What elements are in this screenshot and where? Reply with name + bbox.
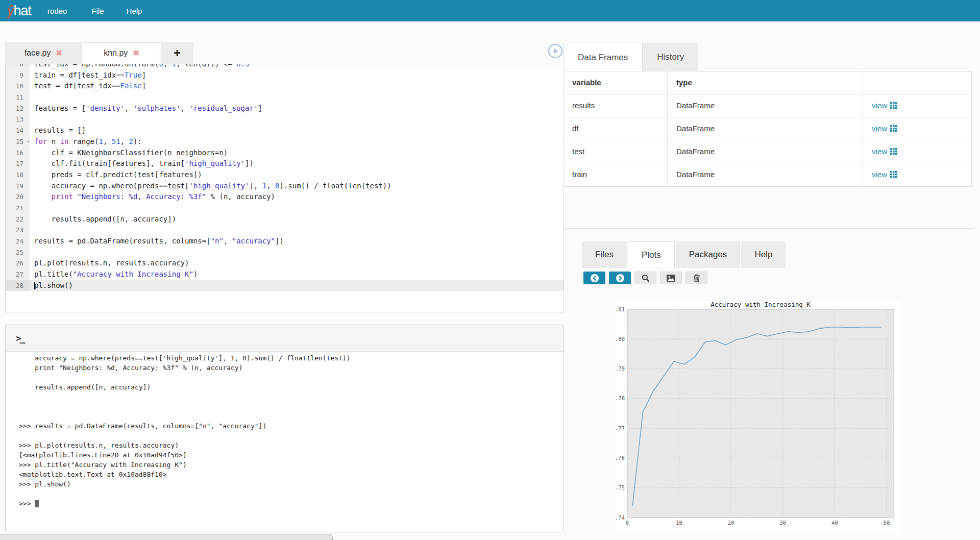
tab-help[interactable]: Help <box>741 241 786 268</box>
code-line-27[interactable]: 27pl.title("Accuracy with Increasing K") <box>6 269 564 280</box>
tab-plots[interactable]: Plots <box>628 241 675 268</box>
tab-packages[interactable]: Packages <box>676 241 741 268</box>
code-line-23[interactable]: 23 <box>6 225 564 236</box>
line-number: 13 <box>6 114 30 125</box>
table-header-row: variable type <box>564 71 971 94</box>
close-tab-icon[interactable]: ✖ <box>133 48 139 58</box>
console-line-12: <matplotlib.text.Text at 0x10ad88f10> <box>19 470 564 479</box>
tab-history[interactable]: History <box>643 43 698 71</box>
console-line-6 <box>19 411 564 421</box>
code-line-15[interactable]: 15▾for n in range(1, 51, 2): <box>6 136 564 148</box>
previous-plot-button[interactable] <box>583 272 605 284</box>
line-number: 27 <box>6 269 30 280</box>
code-line-14[interactable]: 14results = [] <box>6 125 564 136</box>
cell-type: DataFrame <box>668 94 863 117</box>
tab-data-frames[interactable]: Data Frames <box>563 43 643 71</box>
logo-accent-letter: ŷ <box>7 3 14 18</box>
export-plot-button[interactable] <box>660 272 682 284</box>
menu-help[interactable]: Help <box>127 7 142 15</box>
line-number: 14 <box>6 125 30 136</box>
line-number: 20 <box>6 191 30 203</box>
menu-rodeo[interactable]: rodeo <box>47 7 67 15</box>
tab-label: knn.py <box>104 48 128 58</box>
tab-face-py[interactable]: face.py ✖ <box>5 42 82 64</box>
grid-icon <box>890 148 897 155</box>
table-row-results: resultsDataFrameview <box>564 94 971 117</box>
code-text: pl.show() <box>30 280 564 291</box>
zoom-plot-button[interactable] <box>634 272 656 284</box>
code-line-9[interactable]: 9train = df[test_idx==True] <box>6 70 564 81</box>
line-number: 23 <box>6 225 30 236</box>
cell-variable: df <box>564 117 668 140</box>
table-row-df: dfDataFrameview <box>564 117 971 140</box>
line-number: 25 <box>6 247 30 258</box>
code-line-10[interactable]: 10test = df[test_idx==False] <box>6 81 564 92</box>
view-dataframe-link[interactable]: view <box>872 117 897 140</box>
view-dataframe-link[interactable]: view <box>872 94 897 117</box>
code-line-22[interactable]: 22 results.append([n, accuracy]) <box>6 214 564 225</box>
view-dataframe-link[interactable]: view <box>872 163 897 186</box>
code-line-20[interactable]: 20 print "Neighbors: %d, Accuracy: %3f" … <box>6 191 564 203</box>
delete-plot-button[interactable] <box>685 272 707 284</box>
console-line-0: accuracy = np.where(preds==test['high_qu… <box>19 353 564 363</box>
tab-knn-py[interactable]: knn.py ✖ <box>84 42 159 64</box>
tab-files[interactable]: Files <box>582 241 627 268</box>
code-text: results.append([n, accuracy]) <box>30 214 564 225</box>
code-line-24[interactable]: 24results = pd.DataFrame(results, column… <box>6 236 564 247</box>
next-plot-button[interactable] <box>609 272 631 284</box>
new-tab-button[interactable]: + <box>161 42 193 64</box>
code-line-18[interactable]: 18 preds = clf.predict(test[features]) <box>6 169 564 181</box>
code-text <box>30 247 564 258</box>
dataframes-tab-bar: Data FramesHistory <box>563 43 698 71</box>
svg-text:0.75: 0.75 <box>615 484 625 490</box>
line-number: 22 <box>6 214 30 225</box>
cell-actions: view <box>863 117 971 140</box>
line-number: 10 <box>6 81 30 92</box>
code-line-13[interactable]: 13 <box>6 114 564 125</box>
tab-label: face.py <box>24 48 51 58</box>
code-text: train = df[test_idx==True] <box>30 70 564 81</box>
code-text: clf = KNeighborsClassifier(n_neighbors=n… <box>30 148 564 159</box>
plots-tab-bar: FilesPlotsPackagesHelp <box>582 241 787 268</box>
code-line-21[interactable]: 21 <box>6 203 564 214</box>
cell-actions: view <box>863 163 971 186</box>
close-tab-icon[interactable]: ✖ <box>56 48 63 58</box>
code-text <box>30 203 564 214</box>
run-script-button[interactable] <box>547 43 564 59</box>
code-text: clf.fit(train[features], train['high_qua… <box>30 158 564 169</box>
code-editor[interactable]: 8test_idx = np.random.uniform(0, 1, len(… <box>5 64 564 312</box>
console-block-cursor <box>35 500 39 507</box>
code-text: test = df[test_idx==False] <box>30 81 564 92</box>
column-header-type: type <box>668 71 863 94</box>
svg-text:50: 50 <box>884 520 890 526</box>
code-line-12[interactable]: 12features = ['density', 'sulphates', 'r… <box>6 103 564 114</box>
view-dataframe-link[interactable]: view <box>872 140 897 163</box>
column-header-actions <box>863 71 971 94</box>
code-line-8[interactable]: 8test_idx = np.random.uniform(0, 1, len(… <box>6 64 564 70</box>
console-panel: >_ accuracy = np.where(preds==test['high… <box>5 325 564 532</box>
menu-file[interactable]: File <box>91 7 104 15</box>
code-line-28[interactable]: 28pl.show() <box>6 280 564 291</box>
code-text: results = [] <box>30 125 564 136</box>
cell-variable: train <box>564 163 668 186</box>
console-output[interactable]: accuracy = np.where(preds==test['high_qu… <box>6 352 564 532</box>
console-line-14 <box>19 489 564 499</box>
fold-marker-icon[interactable]: ▾ <box>27 136 30 148</box>
editor-code-lines: 8test_idx = np.random.uniform(0, 1, len(… <box>6 64 564 291</box>
line-number: 26 <box>6 258 30 269</box>
line-number: 19 <box>6 181 30 192</box>
svg-text:0.81: 0.81 <box>615 306 625 312</box>
console-line-3: results.append([n, accuracy]) <box>19 382 564 392</box>
code-line-26[interactable]: 26pl.plot(results.n, results.accuracy) <box>6 258 564 269</box>
code-line-19[interactable]: 19 accuracy = np.where(preds==test['high… <box>6 181 564 192</box>
svg-text:0.77: 0.77 <box>615 425 625 431</box>
terminal-prompt-icon: >_ <box>16 333 24 343</box>
code-line-16[interactable]: 16 clf = KNeighborsClassifier(n_neighbor… <box>6 148 564 159</box>
console-header: >_ <box>6 325 564 352</box>
code-line-11[interactable]: 11 <box>6 92 564 103</box>
console-lines: accuracy = np.where(preds==test['high_qu… <box>19 353 564 508</box>
code-text: accuracy = np.where(preds==test['high_qu… <box>30 181 564 192</box>
code-line-17[interactable]: 17 clf.fit(train[features], train['high_… <box>6 158 564 169</box>
code-text: test_idx = np.random.uniform(0, 1, len(d… <box>30 64 564 70</box>
code-line-25[interactable]: 25 <box>6 247 564 258</box>
